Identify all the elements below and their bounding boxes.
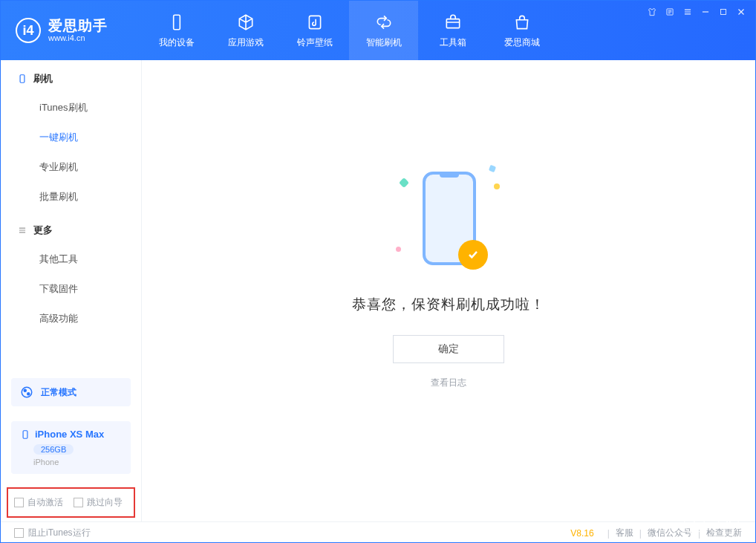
success-illustration [393,163,504,274]
view-log-link[interactable]: 查看日志 [431,377,466,389]
checkbox-icon [14,498,24,507]
app-title: 爱思助手 [48,19,108,34]
nav-apps[interactable]: 应用游戏 [211,1,280,60]
window-controls [647,1,755,60]
nav-label: 应用游戏 [228,36,264,49]
more-icon [17,225,27,235]
sidebar-item-advanced[interactable]: 高级功能 [1,304,141,334]
svg-point-8 [24,389,26,391]
nav-ringtones[interactable]: 铃声壁纸 [280,1,349,60]
checkbox-label: 跳过向导 [87,496,123,509]
nav-store[interactable]: 爱思商城 [487,1,556,60]
device-icon [167,13,186,32]
menu-icon[interactable] [682,7,693,17]
checkbox-icon [74,498,83,507]
svg-point-7 [22,387,32,397]
svg-rect-2 [446,19,459,27]
checkbox-block-itunes[interactable]: 阻止iTunes运行 [14,527,91,539]
sidebar-item-itunes-flash[interactable]: iTunes刷机 [1,93,141,123]
app-logo: i4 爱思助手 www.i4.cn [1,1,142,60]
checkbox-skip-guide[interactable]: 跳过向导 [74,496,123,509]
sidebar-group-label: 更多 [33,224,53,237]
shirt-icon[interactable] [647,7,657,17]
device-type: iPhone [33,458,122,466]
sidebar-group-flash: 刷机 [1,60,141,93]
nav-label: 我的设备 [159,36,195,49]
nav-my-device[interactable]: 我的设备 [142,1,211,60]
check-badge-icon [458,240,488,270]
sidebar-item-one-click-flash[interactable]: 一键刷机 [1,123,141,152]
device-capacity: 256GB [33,444,74,455]
nav-label: 工具箱 [440,36,466,49]
footer-link-service[interactable]: 客服 [616,527,633,539]
svg-rect-1 [309,16,320,28]
refresh-icon [374,13,394,32]
minimize-icon[interactable] [700,7,711,17]
svg-rect-4 [721,10,726,15]
footer: 阻止iTunes运行 V8.16 | 客服 | 微信公众号 | 检查更新 [1,521,755,543]
toolbox-icon [443,13,463,32]
sidebar-item-pro-flash[interactable]: 专业刷机 [1,152,141,182]
sidebar-group-label: 刷机 [33,72,53,85]
close-icon[interactable] [736,7,746,17]
version-label: V8.16 [570,528,593,539]
device-info[interactable]: iPhone XS Max 256GB iPhone [11,421,131,474]
ok-button[interactable]: 确定 [393,335,504,363]
nav-label: 爱思商城 [504,36,540,49]
nav-toolbox[interactable]: 工具箱 [418,1,487,60]
sidebar-group-more: 更多 [1,212,141,244]
checkbox-label: 阻止iTunes运行 [28,527,91,539]
checkbox-icon [14,528,24,538]
music-icon [305,13,325,32]
main-nav: 我的设备 应用游戏 铃声壁纸 智能刷机 工具箱 爱思商城 [142,1,556,60]
mode-indicator[interactable]: 正常模式 [11,378,131,406]
svg-rect-10 [23,430,27,438]
svg-rect-0 [173,15,180,30]
device-name: iPhone XS Max [35,429,104,440]
app-subtitle: www.i4.cn [48,33,108,42]
sidebar: 刷机 iTunes刷机 一键刷机 专业刷机 批量刷机 更多 其他工具 下载固件 … [1,60,142,521]
logo-icon: i4 [16,18,41,43]
nav-flash[interactable]: 智能刷机 [349,1,418,60]
store-icon [512,13,532,32]
content: 恭喜您，保资料刷机成功啦！ 确定 查看日志 [142,60,755,521]
success-message: 恭喜您，保资料刷机成功啦！ [352,295,545,314]
device-small-icon [20,429,30,440]
svg-rect-6 [20,75,25,83]
main: 刷机 iTunes刷机 一键刷机 专业刷机 批量刷机 更多 其他工具 下载固件 … [1,60,755,521]
mode-label: 正常模式 [41,386,76,399]
svg-point-9 [27,393,30,395]
nav-label: 智能刷机 [366,36,402,49]
phone-icon [17,74,27,84]
checkbox-auto-activate[interactable]: 自动激活 [14,496,63,509]
maximize-icon[interactable] [718,7,729,17]
nav-label: 铃声壁纸 [297,36,333,49]
header: i4 爱思助手 www.i4.cn 我的设备 应用游戏 铃声壁纸 智能刷机 工具… [1,1,755,60]
flash-options: 自动激活 跳过向导 [7,487,135,518]
sidebar-item-download-firmware[interactable]: 下载固件 [1,274,141,304]
sidebar-item-other-tools[interactable]: 其他工具 [1,244,141,274]
list-icon[interactable] [665,7,675,17]
cube-icon [236,13,255,32]
checkbox-label: 自动激活 [27,496,63,509]
mode-icon [20,386,33,399]
sidebar-item-batch-flash[interactable]: 批量刷机 [1,182,141,212]
